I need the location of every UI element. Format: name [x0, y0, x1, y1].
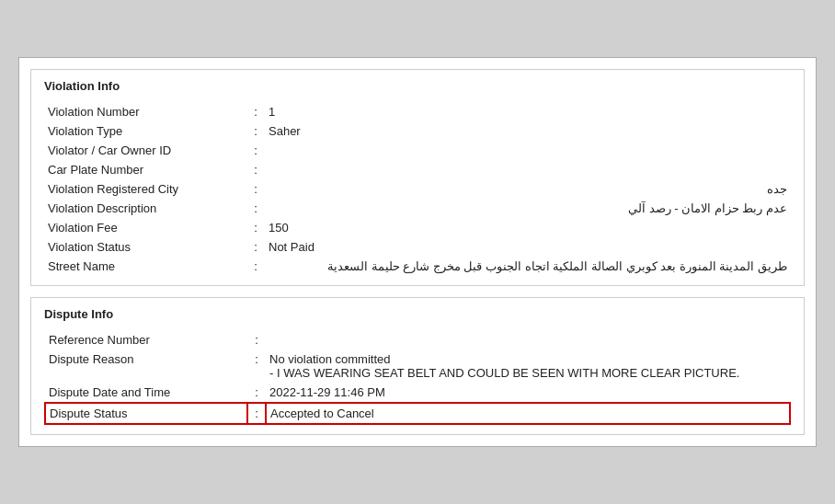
colon: :	[246, 199, 265, 218]
colon: :	[247, 330, 266, 349]
colon: :	[246, 121, 265, 141]
table-row: Dispute Date and Time : 2022-11-29 11:46…	[45, 383, 790, 403]
main-container: Violation Info Violation Number : 1 Viol…	[18, 57, 817, 447]
field-value: عدم ربط حزام الامان - رصد آلي	[265, 199, 791, 218]
colon: :	[246, 179, 265, 199]
colon: :	[246, 102, 265, 121]
table-row: Street Name : طريق المدينة المنورة بعد ك…	[44, 257, 791, 276]
field-label: Reference Number	[45, 330, 247, 349]
field-value: جده	[265, 179, 791, 199]
field-value: 150	[265, 218, 791, 237]
table-row: Dispute Reason : No violation committed …	[45, 349, 790, 383]
table-row: Violator / Car Owner ID :	[44, 141, 791, 160]
dispute-info-section: Dispute Info Reference Number : Dispute …	[30, 297, 805, 435]
dispute-status-row: Dispute Status : Accepted to Cancel	[45, 403, 790, 424]
field-value: Saher	[265, 121, 791, 141]
dispute-info-title: Dispute Info	[44, 307, 791, 321]
violation-info-title: Violation Info	[44, 79, 791, 93]
table-row: Violation Description : عدم ربط حزام الا…	[44, 199, 791, 218]
table-row: Violation Registered City : جده	[44, 179, 791, 199]
field-label: Dispute Reason	[45, 349, 247, 383]
dispute-status-value: Accepted to Cancel	[266, 403, 790, 424]
field-label: Violation Description	[44, 199, 246, 218]
field-label: Violator / Car Owner ID	[44, 141, 246, 160]
table-row: Violation Status : Not Paid	[44, 237, 791, 257]
dispute-info-table: Reference Number : Dispute Reason : No v…	[44, 330, 791, 425]
table-row: Violation Number : 1	[44, 102, 791, 121]
table-row: Violation Type : Saher	[44, 121, 791, 141]
violation-info-table: Violation Number : 1 Violation Type : Sa…	[44, 102, 791, 276]
field-label: Street Name	[44, 257, 246, 276]
table-row: Reference Number :	[45, 330, 790, 349]
field-value: طريق المدينة المنورة بعد كوبري الصالة ال…	[265, 257, 791, 276]
table-row: Car Plate Number :	[44, 160, 791, 179]
colon: :	[246, 141, 265, 160]
field-label: Car Plate Number	[44, 160, 246, 179]
field-value: 1	[265, 102, 791, 121]
colon: :	[247, 403, 266, 424]
field-value: 2022-11-29 11:46 PM	[266, 383, 790, 403]
dispute-status-label: Dispute Status	[45, 403, 247, 424]
colon: :	[246, 218, 265, 237]
field-label: Dispute Date and Time	[45, 383, 247, 403]
table-row: Violation Fee : 150	[44, 218, 791, 237]
field-value	[266, 330, 790, 349]
violation-info-section: Violation Info Violation Number : 1 Viol…	[30, 69, 805, 286]
field-value	[265, 141, 791, 160]
colon: :	[246, 237, 265, 257]
colon: :	[247, 349, 266, 383]
field-label: Violation Registered City	[44, 179, 246, 199]
field-label: Violation Fee	[44, 218, 246, 237]
field-value	[265, 160, 791, 179]
field-label: Violation Type	[44, 121, 246, 141]
field-value: Not Paid	[265, 237, 791, 257]
colon: :	[246, 160, 265, 179]
field-label: Violation Status	[44, 237, 246, 257]
colon: :	[247, 383, 266, 403]
colon: :	[246, 257, 265, 276]
field-label: Violation Number	[44, 102, 246, 121]
field-value: No violation committed - I WAS WEARING S…	[266, 349, 790, 383]
